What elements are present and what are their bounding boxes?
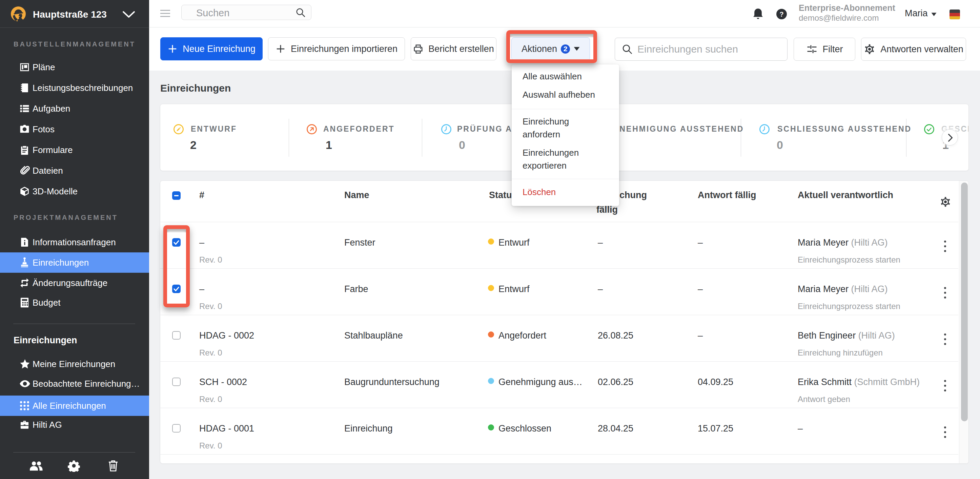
svg-text:?: ? — [780, 11, 783, 18]
